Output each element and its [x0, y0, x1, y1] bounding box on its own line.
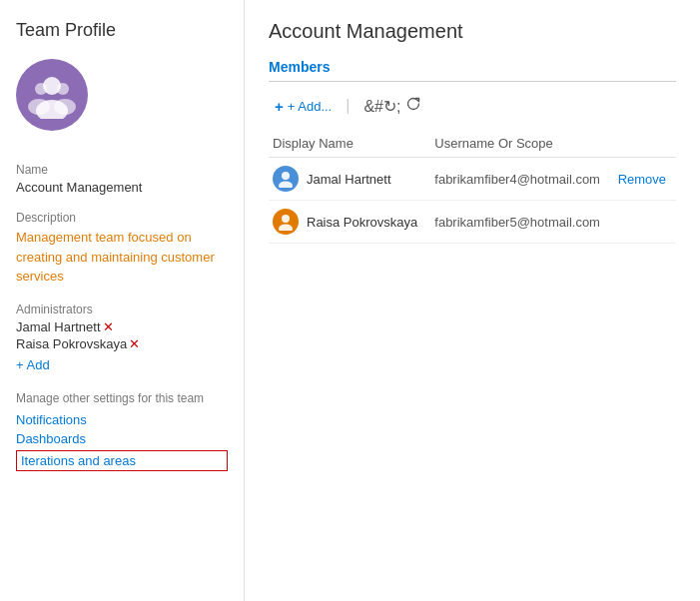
sidebar: Team Profile Name Account Management Des… — [0, 0, 245, 601]
svg-point-2 — [35, 83, 47, 95]
admin-name-2: Raisa Pokrovskaya — [16, 336, 127, 351]
members-table: Display Name Username Or Scope Jamal Har… — [269, 130, 676, 244]
add-member-button[interactable]: + + Add... — [269, 94, 338, 119]
member-name-cell-0: Jamal Hartnett — [269, 158, 430, 201]
table-row: Jamal Hartnett fabrikamfiber4@hotmail.co… — [269, 158, 676, 201]
team-avatar — [16, 59, 88, 131]
table-row: Raisa Pokrovskaya fabrikamfiber5@hotmail… — [269, 201, 676, 244]
description-label: Description — [16, 211, 228, 225]
col-display-name: Display Name — [269, 130, 430, 158]
member-email-cell-1: fabrikamfiber5@hotmail.com — [430, 201, 613, 244]
table-header-row: Display Name Username Or Scope — [269, 130, 676, 158]
col-username: Username Or Scope — [430, 130, 613, 158]
name-value: Account Management — [16, 180, 228, 195]
main-content: Account Management Members + + Add... | … — [245, 0, 700, 601]
col-actions — [614, 130, 676, 158]
member-action-cell-1 — [614, 201, 676, 244]
member-name-0: Jamal Hartnett — [307, 172, 391, 187]
svg-point-8 — [282, 215, 290, 223]
admin-item-1: Jamal Hartnett ✕ — [16, 319, 228, 334]
description-value: Management team focused on creating and … — [16, 228, 228, 287]
dashboards-link[interactable]: Dashboards — [16, 431, 228, 446]
member-email-cell-0: fabrikamfiber4@hotmail.com — [430, 158, 613, 201]
member-avatar-1 — [273, 209, 299, 235]
iterations-areas-link[interactable]: Iterations and areas — [16, 450, 228, 471]
member-name-1: Raisa Pokrovskaya — [307, 215, 417, 230]
add-icon: + — [275, 98, 284, 115]
svg-point-3 — [28, 99, 50, 115]
remove-admin-1[interactable]: ✕ — [103, 319, 114, 334]
admin-item-2: Raisa Pokrovskaya ✕ — [16, 336, 228, 351]
members-section-title: Members — [269, 59, 676, 75]
svg-point-4 — [57, 83, 69, 95]
sidebar-title: Team Profile — [16, 20, 228, 41]
name-label: Name — [16, 163, 228, 177]
toolbar: + + Add... | &#↻; — [269, 92, 676, 120]
svg-point-6 — [282, 172, 290, 180]
refresh-icon: &#↻; — [363, 96, 420, 116]
svg-point-9 — [279, 225, 293, 232]
remove-admin-2[interactable]: ✕ — [129, 336, 140, 351]
admin-name-1: Jamal Hartnett — [16, 319, 101, 334]
member-name-cell-1: Raisa Pokrovskaya — [269, 201, 430, 244]
add-button-label: + Add... — [288, 99, 332, 114]
manage-label: Manage other settings for this team — [16, 390, 228, 407]
notifications-link[interactable]: Notifications — [16, 412, 228, 427]
members-section: Members + + Add... | &#↻; Display Nam — [269, 59, 676, 244]
member-avatar-0 — [273, 166, 299, 192]
add-admin-link[interactable]: + Add — [16, 357, 228, 372]
team-avatar-icon — [27, 69, 77, 122]
remove-member-0[interactable]: Remove — [618, 172, 666, 187]
page-title: Account Management — [269, 20, 676, 43]
svg-point-5 — [54, 99, 76, 115]
members-divider — [269, 81, 676, 82]
refresh-button[interactable]: &#↻; — [357, 92, 426, 120]
svg-point-7 — [279, 182, 293, 189]
member-action-cell-0: Remove — [614, 158, 676, 201]
administrators-label: Administrators — [16, 302, 228, 316]
toolbar-separator: | — [346, 97, 350, 115]
